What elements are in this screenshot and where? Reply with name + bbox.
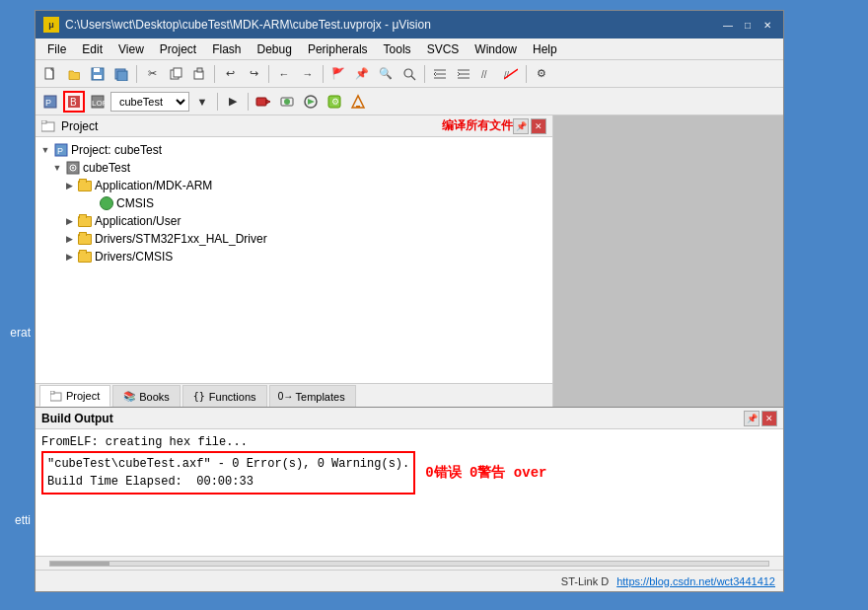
- separator3: [268, 65, 269, 83]
- find-btn[interactable]: 🔍: [375, 63, 397, 85]
- build2-btn[interactable]: [347, 91, 369, 113]
- side-label-etti: etti: [0, 513, 35, 527]
- scrollbar-track: [49, 561, 769, 567]
- close-button[interactable]: ✕: [760, 17, 775, 33]
- project-icon: P: [53, 143, 69, 157]
- side-label-erating: erat: [0, 326, 35, 340]
- tab-functions-icon: {}: [193, 391, 205, 403]
- save-all-btn[interactable]: [110, 63, 132, 85]
- cut-btn[interactable]: ✂: [141, 63, 163, 85]
- error-box: "cubeTest\cubeTest.axf" - 0 Error(s), 0 …: [41, 451, 415, 495]
- separator7: [217, 93, 218, 111]
- scrollbar-thumb[interactable]: [50, 562, 109, 566]
- tab-project[interactable]: Project: [39, 385, 110, 407]
- indent-btn[interactable]: [429, 63, 451, 85]
- menu-help[interactable]: Help: [525, 40, 565, 58]
- build-close-btn[interactable]: ✕: [761, 411, 777, 426]
- menu-flash[interactable]: Flash: [204, 40, 249, 58]
- panel-pin-btn[interactable]: 📌: [513, 118, 529, 134]
- expander-app-user[interactable]: ▶: [63, 215, 75, 227]
- expander-drivers-cmsis[interactable]: ▶: [63, 251, 75, 263]
- build-line-3: Build Time Elapsed: 00:00:33: [47, 473, 409, 491]
- cmsis-icon: [99, 196, 114, 210]
- menu-debug[interactable]: Debug: [250, 40, 300, 58]
- expander-target[interactable]: ▼: [51, 162, 63, 174]
- tree-item-target[interactable]: ▼ cubeTest: [36, 159, 552, 177]
- menu-svcs[interactable]: SVCS: [419, 40, 468, 58]
- build-line-2: "cubeTest\cubeTest.axf" - 0 Error(s), 0 …: [47, 455, 409, 473]
- run-btn[interactable]: ▶: [222, 91, 244, 113]
- stop-btn[interactable]: [276, 91, 298, 113]
- svg-point-32: [284, 99, 290, 105]
- svg-rect-29: [256, 98, 266, 106]
- nav-back-btn[interactable]: ←: [273, 63, 295, 85]
- minimize-button[interactable]: —: [720, 17, 736, 33]
- build-pin-btn[interactable]: 📌: [744, 411, 760, 426]
- svg-text:P: P: [57, 146, 63, 156]
- find2-btn[interactable]: [398, 63, 420, 85]
- folder-drivers-cmsis-icon: [77, 250, 93, 264]
- menu-bar: File Edit View Project Flash Debug Perip…: [36, 38, 783, 60]
- menu-tools[interactable]: Tools: [376, 40, 419, 58]
- options-btn[interactable]: ⚙: [324, 91, 345, 113]
- svg-rect-47: [50, 391, 54, 394]
- tab-templates[interactable]: 0→ Templates: [269, 385, 356, 407]
- tab-books[interactable]: 📚 Books: [112, 385, 181, 407]
- undo-btn[interactable]: ↩: [219, 63, 241, 85]
- build-highlighted-btn[interactable]: B: [63, 91, 85, 113]
- tree-item-cmsis[interactable]: CMSIS: [36, 194, 552, 212]
- content-area: Project 编译所有文件 📌 ✕ ▼ P: [36, 115, 783, 407]
- project-dropdown[interactable]: cubeTest: [110, 92, 189, 112]
- svg-text://: //: [481, 69, 487, 80]
- save-btn[interactable]: [87, 63, 108, 85]
- settings-btn[interactable]: ⚙: [531, 63, 552, 85]
- tree-item-app-user[interactable]: ▶ Application/User: [36, 212, 552, 230]
- svg-line-13: [411, 76, 415, 80]
- menu-window[interactable]: Window: [467, 40, 525, 58]
- csdn-link[interactable]: https://blog.csdn.net/wct3441412: [616, 575, 775, 587]
- separator1: [136, 65, 137, 83]
- status-bar: ST-Link D https://blog.csdn.net/wct34414…: [36, 570, 783, 591]
- tree-item-app-mdk[interactable]: ▶ Application/MDK-ARM: [36, 177, 552, 194]
- expander-cmsis[interactable]: [85, 197, 97, 209]
- svg-rect-5: [94, 75, 102, 79]
- nav-fwd-btn[interactable]: →: [297, 63, 319, 85]
- separator4: [323, 65, 324, 83]
- toolbar1: ✂ ↩ ↪ ← → 🚩 📌 🔍 //: [36, 60, 783, 88]
- menu-edit[interactable]: Edit: [74, 40, 110, 58]
- expander-drivers-hal[interactable]: ▶: [63, 233, 75, 245]
- debug-connect-btn[interactable]: [300, 91, 322, 113]
- redo-btn[interactable]: ↪: [243, 63, 264, 85]
- comment-btn[interactable]: //: [476, 63, 498, 85]
- menu-peripherals[interactable]: Peripherals: [300, 40, 376, 58]
- new-file-btn[interactable]: [39, 63, 61, 85]
- horizontal-scrollbar[interactable]: [36, 556, 783, 570]
- tree-item-project[interactable]: ▼ P Project: cubeTest: [36, 141, 552, 159]
- dropdown-arrow-btn[interactable]: ▼: [191, 91, 213, 113]
- tab-functions-label: Functions: [209, 391, 256, 403]
- menu-project[interactable]: Project: [152, 40, 204, 58]
- uncomment-btn[interactable]: //: [500, 63, 522, 85]
- build-line-2-row: "cubeTest\cubeTest.axf" - 0 Error(s), 0 …: [41, 451, 777, 495]
- main-window: μ C:\Users\wct\Desktop\cubeTest\MDK-ARM\…: [35, 10, 784, 592]
- bookmark2-btn[interactable]: 📌: [351, 63, 373, 85]
- project-panel-title: Project: [61, 119, 98, 133]
- unindent-btn[interactable]: [453, 63, 474, 85]
- tree-item-drivers-hal[interactable]: ▶ Drivers/STM32F1xx_HAL_Driver: [36, 230, 552, 248]
- tree-item-drivers-cmsis[interactable]: ▶ Drivers/CMSIS: [36, 248, 552, 266]
- bookmark-btn[interactable]: 🚩: [327, 63, 349, 85]
- flash-btn[interactable]: [253, 91, 274, 113]
- expander-app-mdk[interactable]: ▶: [63, 180, 75, 191]
- svg-point-45: [72, 167, 74, 169]
- tab-functions[interactable]: {} Functions: [182, 385, 267, 407]
- maximize-button[interactable]: □: [740, 17, 756, 33]
- menu-view[interactable]: View: [110, 40, 152, 58]
- project-icon-btn[interactable]: P: [39, 91, 61, 113]
- copy-btn[interactable]: [165, 63, 186, 85]
- load-icon-btn[interactable]: LORD: [87, 91, 108, 113]
- menu-file[interactable]: File: [39, 40, 74, 58]
- paste-btn[interactable]: [188, 63, 210, 85]
- open-file-btn[interactable]: [63, 63, 85, 85]
- panel-close-btn[interactable]: ✕: [531, 118, 546, 134]
- expander-project[interactable]: ▼: [39, 144, 51, 156]
